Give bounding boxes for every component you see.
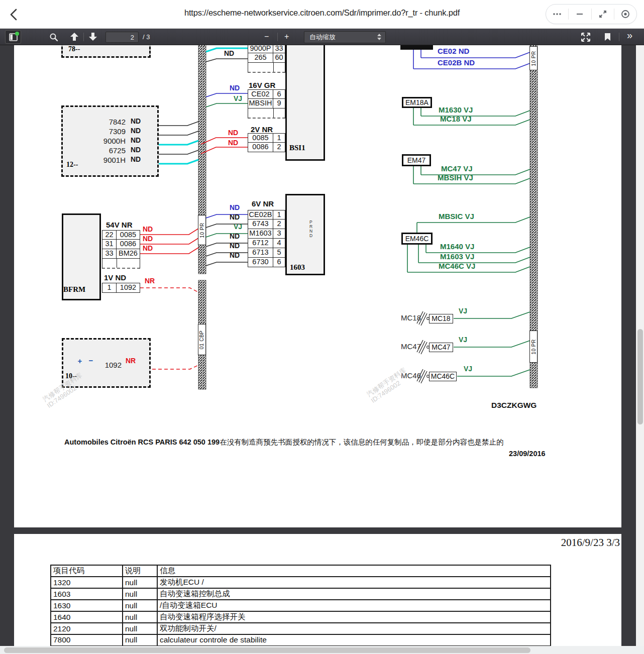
table-row: 2120null双功能制动开关/ xyxy=(51,623,551,634)
bookmark-button[interactable] xyxy=(601,30,614,44)
zoom-in-button[interactable]: + xyxy=(284,32,289,41)
horizontal-scrollbar-thumb[interactable] xyxy=(4,647,530,653)
info-cell: 自动变速箱程序选择开关 xyxy=(157,611,551,623)
pin-cell: 1 xyxy=(102,283,117,292)
vertical-scrollbar-track[interactable] xyxy=(636,45,644,654)
pin-cell: 3 xyxy=(273,229,285,238)
pin-cell: 265 xyxy=(248,53,273,62)
bar-label-01cbp: 01 CBP xyxy=(198,324,206,355)
sensor-pin: 9001H xyxy=(93,156,126,164)
pdf-page-1: 78-- 12-- 10-- + − 1092 NR BSI1 1603 P R… xyxy=(14,45,621,527)
pin-cell: 6 xyxy=(273,90,285,98)
wire-color-nd: ND xyxy=(230,232,240,240)
wire-color-vj: VJ xyxy=(234,223,242,231)
pin-cell: 6712 xyxy=(248,239,273,248)
mc18-ground-label: MC18 xyxy=(401,313,421,322)
toggle-sidebar-button[interactable] xyxy=(5,30,21,44)
pin-cell: 0086 xyxy=(117,240,140,249)
footer-date: 23/09/2016 xyxy=(509,450,546,458)
up-arrow-icon xyxy=(70,33,79,41)
table-row: 1630null/自动变速箱ECU xyxy=(51,600,551,611)
wire-color-nd: ND xyxy=(228,139,238,147)
wire-name-ce02b-nd: CE02B ND xyxy=(438,58,475,67)
pin-cell: 1092 xyxy=(117,283,140,292)
table-row: 7800nullcalculateur controle de stabilit… xyxy=(51,634,551,646)
bar-label-10pr-right-top: 10 PR xyxy=(529,46,538,70)
pin-cell: 0085 xyxy=(117,231,140,239)
prnd-letter: D xyxy=(309,234,312,238)
presentation-mode-button[interactable] xyxy=(579,30,593,44)
bar-label-10pr: 10 PR xyxy=(198,215,206,245)
wire-name-mc18-vj: MC18 VJ xyxy=(440,115,472,123)
bsi-pin-table-16v: CE026 MBSIH9 xyxy=(248,89,285,119)
dropdown-spinner-icon xyxy=(377,34,381,40)
desc-cell: null xyxy=(123,623,157,634)
pdf-viewer-area[interactable]: 78-- 12-- 10-- + − 1092 NR BSI1 1603 P R… xyxy=(0,45,644,654)
more-options-button[interactable] xyxy=(546,5,568,24)
table-header-row: 项目代码 说明 信息 xyxy=(51,565,551,577)
page-number-input[interactable] xyxy=(105,32,139,43)
next-page-button[interactable] xyxy=(87,30,99,44)
bfrm-1v-table: 11092 xyxy=(102,283,140,293)
zoom-select-dropdown[interactable]: 自动缩放 xyxy=(304,31,386,43)
more-tools-button[interactable]: » xyxy=(627,30,632,41)
pin-cell: 5 xyxy=(273,248,285,257)
page-total-label: / 3 xyxy=(143,33,150,41)
resize-window-button[interactable] xyxy=(592,5,614,24)
pin-cell: 2 xyxy=(273,143,285,152)
bsi-pin-table-2v: 00851 00862 xyxy=(248,133,285,152)
desc-cell: null xyxy=(123,611,157,623)
em46c-box: EM46C xyxy=(401,233,433,245)
pdf-toolbar: / 3 − + 自动缩放 » xyxy=(0,29,644,45)
pin-cell: 4 xyxy=(273,239,285,248)
resize-icon xyxy=(598,9,608,19)
pin-cell: 9 xyxy=(273,99,285,108)
wire-name-m1640-vj: M1640 VJ xyxy=(440,242,474,251)
bfrm-label: BFRM xyxy=(63,285,85,294)
pdf-page-2: 2016/9/23 3/3 项目代码 说明 信息 1320null发动机ECU … xyxy=(14,534,621,654)
table-row: 1640null自动变速箱程序选择开关 xyxy=(51,611,551,623)
bookmark-icon xyxy=(604,33,611,41)
wire-color-nd: ND xyxy=(228,129,238,137)
code-cell: 1630 xyxy=(51,600,123,611)
sensor-pin: 6725 xyxy=(93,146,126,155)
previous-page-button[interactable] xyxy=(68,30,80,44)
wire-color-nd: ND xyxy=(131,117,141,125)
code-cell: 1640 xyxy=(51,611,123,623)
pin-cell: 22 xyxy=(102,231,117,239)
wire-color-nd: ND xyxy=(224,49,234,57)
wire-color-nd: ND xyxy=(230,84,240,92)
wire-color-nd: ND xyxy=(230,213,240,221)
search-button[interactable] xyxy=(48,30,60,44)
pin-cell: 6743 xyxy=(248,220,273,229)
wire-name-m1603-vj: M1603 VJ xyxy=(440,252,474,261)
bar-label-10pr-right-bottom: 10 PR xyxy=(529,331,538,363)
record-target-button[interactable] xyxy=(614,5,636,24)
component-78-label: 78-- xyxy=(68,45,80,53)
wire-color-nd: ND xyxy=(131,136,141,144)
table-row: 1603null自动变速箱控制总成 xyxy=(51,588,551,600)
wire-name-mc47-vj: MC47 VJ xyxy=(441,164,473,173)
wire-color-nd: ND xyxy=(143,244,153,252)
down-arrow-icon xyxy=(88,33,97,41)
empty-pin-row xyxy=(102,259,140,269)
horizontal-scrollbar-track[interactable] xyxy=(0,646,644,654)
wire-color-nd: ND xyxy=(230,251,240,259)
info-cell: 发动机ECU / xyxy=(157,577,551,588)
browser-menu-pill xyxy=(546,4,637,24)
pin-cell: MBSIH xyxy=(248,99,273,108)
pin-cell: 6 xyxy=(273,258,285,267)
wire-color-nd: ND xyxy=(131,146,141,154)
sensor-pin: 7842 xyxy=(93,118,126,126)
fullscreen-arrows-icon xyxy=(581,32,591,42)
code-cell: 1603 xyxy=(51,588,123,600)
zoom-out-button[interactable]: − xyxy=(264,32,269,41)
vertical-scrollbar-thumb[interactable] xyxy=(637,329,643,424)
mc47-connector-box: MC47 xyxy=(429,343,453,352)
minimize-button[interactable] xyxy=(569,5,591,24)
diagram-code: D3CZKGWG xyxy=(491,401,536,410)
sensor-pin: 7309 xyxy=(93,127,126,136)
desc-cell: null xyxy=(123,634,157,646)
pin-cell: 60 xyxy=(273,53,285,62)
toolbar-separator xyxy=(619,33,619,41)
